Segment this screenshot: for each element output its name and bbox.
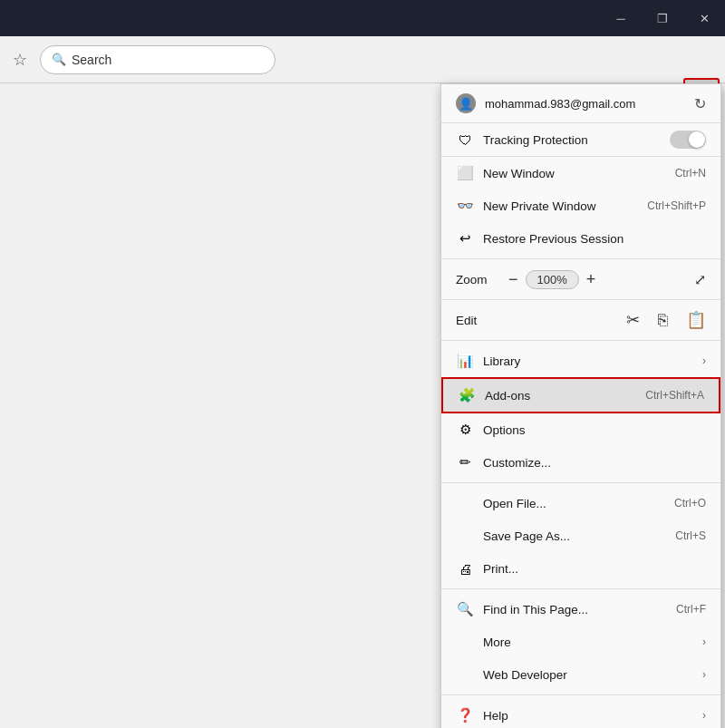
divider-6: [441, 694, 720, 695]
options-icon: ⚙: [456, 421, 474, 439]
addons-item[interactable]: 🧩 Add-ons Ctrl+Shift+A: [441, 377, 720, 413]
restore-session-label: Restore Previous Session: [483, 232, 706, 246]
zoom-label: Zoom: [456, 273, 501, 286]
new-window-item[interactable]: ⬜ New Window Ctrl+N: [441, 157, 720, 189]
print-item[interactable]: 🖨 Print...: [441, 552, 720, 585]
edit-label: Edit: [456, 314, 501, 327]
edit-icons: ✂ ⎘ 📋: [626, 310, 706, 330]
save-page-shortcut: Ctrl+S: [675, 529, 706, 542]
copy-icon[interactable]: ⎘: [658, 311, 668, 330]
new-private-window-shortcut: Ctrl+Shift+P: [647, 199, 706, 212]
tracking-toggle[interactable]: [670, 131, 706, 149]
find-label: Find in This Page...: [483, 603, 676, 616]
print-label: Print...: [483, 562, 706, 576]
title-bar: ─ ❐ ✕: [0, 0, 725, 36]
find-shortcut: Ctrl+F: [676, 603, 706, 616]
tracking-protection-row[interactable]: 🛡 Tracking Protection: [441, 123, 720, 157]
sync-icon[interactable]: ↻: [694, 95, 706, 112]
find-icon: 🔍: [456, 600, 474, 618]
close-button[interactable]: ✕: [683, 0, 725, 36]
library-arrow: ›: [702, 354, 706, 367]
customize-icon: ✏: [456, 453, 474, 471]
minimize-button[interactable]: ─: [600, 0, 642, 36]
zoom-value: 100%: [526, 270, 579, 289]
account-icon: 👤: [456, 93, 476, 113]
web-developer-label: Web Developer: [483, 668, 695, 682]
more-arrow: ›: [702, 636, 706, 648]
customize-item[interactable]: ✏ Customize...: [441, 446, 720, 479]
new-window-label: New Window: [483, 167, 675, 180]
window-controls: ─ ❐ ✕: [600, 0, 725, 36]
bookmark-star-icon[interactable]: ☆: [7, 47, 33, 73]
help-icon: ❓: [456, 706, 474, 724]
tracking-protection-label: Tracking Protection: [483, 133, 670, 147]
search-icon: 🔍: [52, 53, 66, 66]
web-developer-item[interactable]: Web Developer ›: [441, 658, 720, 691]
divider-4: [441, 482, 720, 483]
private-window-icon: 👓: [456, 197, 474, 215]
open-file-shortcut: Ctrl+O: [674, 497, 706, 510]
paste-icon[interactable]: 📋: [686, 310, 706, 330]
web-developer-icon: [456, 665, 474, 684]
browser-toolbar: ☆ 🔍 Search: [0, 36, 725, 83]
search-bar[interactable]: 🔍 Search: [40, 45, 276, 74]
zoom-row: Zoom − 100% + ⤢: [441, 263, 720, 296]
open-file-item[interactable]: Open File... Ctrl+O: [441, 487, 720, 519]
more-icon: [456, 633, 474, 651]
options-item[interactable]: ⚙ Options: [441, 413, 720, 446]
cut-icon[interactable]: ✂: [626, 310, 640, 330]
divider-3: [441, 340, 720, 341]
open-file-label: Open File...: [483, 497, 674, 510]
help-arrow: ›: [702, 709, 706, 722]
shield-icon: 🛡: [456, 131, 474, 149]
customize-label: Customize...: [483, 456, 706, 470]
new-private-window-label: New Private Window: [483, 199, 647, 213]
save-page-icon: [456, 527, 474, 545]
library-label: Library: [483, 354, 695, 368]
main-content: 👤 mohammad.983@gmail.com ↻ 🛡 Tracking Pr…: [0, 83, 725, 728]
restore-session-item[interactable]: ↩ Restore Previous Session: [441, 222, 720, 255]
new-window-shortcut: Ctrl+N: [675, 167, 706, 180]
restore-session-icon: ↩: [456, 229, 474, 248]
more-label: More: [483, 636, 695, 649]
zoom-minus-button[interactable]: −: [501, 270, 526, 289]
edit-row: Edit ✂ ⎘ 📋: [441, 304, 720, 336]
save-page-item[interactable]: Save Page As... Ctrl+S: [441, 519, 720, 552]
restore-button[interactable]: ❐: [642, 0, 683, 36]
account-row[interactable]: 👤 mohammad.983@gmail.com ↻: [441, 84, 720, 123]
divider-2: [441, 299, 720, 300]
toggle-knob: [689, 131, 705, 148]
new-window-icon: ⬜: [456, 164, 474, 182]
new-private-window-item[interactable]: 👓 New Private Window Ctrl+Shift+P: [441, 189, 720, 222]
zoom-expand-button[interactable]: ⤢: [694, 271, 706, 288]
help-item[interactable]: ❓ Help ›: [441, 699, 720, 728]
divider-5: [441, 588, 720, 589]
print-icon: 🖨: [456, 559, 474, 578]
find-in-page-item[interactable]: 🔍 Find in This Page... Ctrl+F: [441, 593, 720, 626]
addons-shortcut: Ctrl+Shift+A: [645, 389, 704, 402]
addons-icon: 🧩: [458, 386, 476, 404]
library-item[interactable]: 📊 Library ›: [441, 345, 720, 377]
options-label: Options: [483, 423, 706, 437]
web-developer-arrow: ›: [702, 668, 706, 681]
addons-label: Add-ons: [485, 389, 645, 403]
account-email: mohammad.983@gmail.com: [485, 97, 694, 111]
dropdown-menu: 👤 mohammad.983@gmail.com ↻ 🛡 Tracking Pr…: [440, 83, 721, 728]
more-item[interactable]: More ›: [441, 626, 720, 658]
help-label: Help: [483, 709, 695, 723]
library-icon: 📊: [456, 352, 474, 370]
save-page-label: Save Page As...: [483, 529, 675, 543]
divider-1: [441, 258, 720, 259]
open-file-icon: [456, 494, 474, 512]
search-input-text: Search: [72, 53, 111, 67]
zoom-plus-button[interactable]: +: [579, 270, 604, 289]
